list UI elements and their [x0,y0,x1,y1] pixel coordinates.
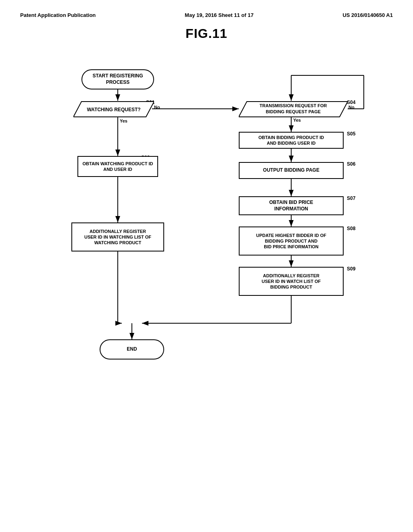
page: Patent Application Publication May 19, 2… [0,0,413,532]
no-label-1: No [154,105,160,110]
obtain-bidding-node: OBTAIN BIDDING PRODUCT ID AND BIDDING US… [239,132,344,149]
svg-text:WATCHING REQUEST?: WATCHING REQUEST? [87,107,140,112]
page-header: Patent Application Publication May 19, 2… [20,12,393,18]
additionally-register-bidding-node: ADDITIONALLY REGISTER USER ID IN WATCH L… [239,267,344,296]
yes-label-1: Yes [120,118,127,123]
no-label-2: No [348,105,355,110]
transmission-request-node: TRANSMISSION REQUEST FOR BIDDING REQUEST… [239,101,348,118]
svg-marker-21 [239,102,348,117]
output-bidding-node: OUTPUT BIDDING PAGE [239,162,344,179]
yes-label-2: Yes [293,118,301,123]
s05-label: S05 [347,131,355,137]
s04-label: S04 [347,100,355,105]
svg-text:BIDDING REQUEST PAGE: BIDDING REQUEST PAGE [266,109,321,114]
s06-label: S06 [347,161,355,167]
s07-label: S07 [347,195,355,201]
additionally-register-watching-node: ADDITIONALLY REGISTER USER ID IN WATCHIN… [71,222,164,251]
obtain-watching-node: OBTAIN WATCHING PRODUCT ID AND USER ID [77,156,158,177]
header-right: US 2016/0140650 A1 [342,12,393,18]
end-node: END [100,339,164,360]
flowchart: START REGISTERING PROCESS S01 WATCHING R… [41,53,372,384]
svg-marker-19 [73,102,154,117]
header-middle: May 19, 2016 Sheet 11 of 17 [185,12,254,18]
update-highest-node: UPDATE HIGHEST BIDDER ID OF BIDDING PROD… [239,227,344,256]
header-left: Patent Application Publication [20,12,96,18]
s08-label: S08 [347,226,355,231]
figure-title: FIG.11 [20,26,393,41]
start-node: START REGISTERING PROCESS [81,69,154,89]
watching-request-node: WATCHING REQUEST? [73,101,154,118]
flowchart-container: START REGISTERING PROCESS S01 WATCHING R… [20,53,393,384]
obtain-bid-price-node: OBTAIN BID PRICE INFORMATION [239,196,344,215]
s09-label: S09 [347,266,355,272]
svg-text:TRANSMISSION REQUEST FOR: TRANSMISSION REQUEST FOR [260,103,327,108]
